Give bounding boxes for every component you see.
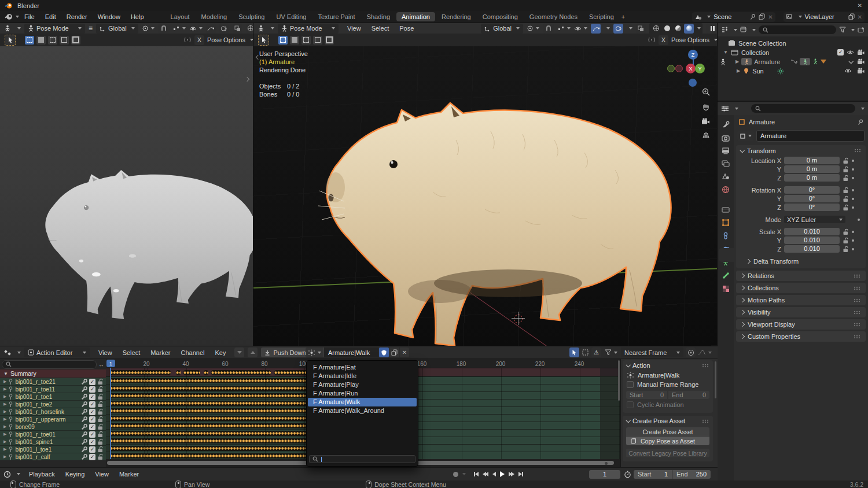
chevron-down-icon[interactable] — [734, 29, 737, 31]
modifier-wrench-icon[interactable] — [81, 379, 87, 385]
workspace-tab[interactable]: Geometry Nodes — [524, 12, 583, 21]
copy-icon[interactable] — [759, 13, 765, 20]
action-dropdown-item[interactable]: F Armature|Run — [308, 389, 417, 398]
collection-checkbox[interactable]: ✓ — [837, 49, 844, 56]
panel-options-icon[interactable] — [854, 298, 861, 302]
manual-frame-range-row[interactable]: Manual Frame Range — [623, 380, 713, 389]
lock-open-icon[interactable] — [843, 195, 849, 202]
tab-viewlayer-icon[interactable] — [722, 160, 730, 167]
copy-icon[interactable] — [848, 13, 855, 20]
channel-enable-checkbox[interactable]: ✓ — [89, 401, 95, 408]
disclosure-icon[interactable]: ▶ — [3, 447, 6, 452]
number-field[interactable]: 0° — [784, 204, 840, 211]
gizmo-axis-neg-x[interactable] — [675, 65, 683, 72]
summary-channel-row[interactable]: ▼ Summary — [0, 369, 106, 378]
animate-dot-icon[interactable] — [852, 206, 854, 209]
gizmo-orbit-dot[interactable] — [689, 79, 697, 87]
falloff-button[interactable] — [698, 349, 712, 356]
tab-collection-icon[interactable] — [722, 206, 730, 213]
dopesheet-menu-item[interactable]: Select — [117, 349, 146, 356]
keyframe-cluster[interactable] — [183, 370, 200, 375]
navigation-gizmo[interactable]: Z X Y — [671, 47, 718, 88]
mirror-x-icon[interactable] — [183, 36, 192, 43]
unlink-icon[interactable]: ✕ — [768, 14, 773, 20]
menu-item[interactable]: Window — [93, 13, 126, 20]
number-field[interactable]: 0 m — [784, 165, 840, 173]
workspace-tab[interactable]: Layout — [165, 12, 195, 21]
number-field[interactable]: 0.010 — [784, 245, 840, 253]
unlink-action-button[interactable]: ✕ — [400, 347, 409, 357]
workspace-tab[interactable]: Sculpting — [233, 12, 270, 21]
workspace-tab[interactable]: Animation — [396, 12, 435, 21]
play-reverse-button[interactable] — [492, 472, 496, 476]
channel-row[interactable]: ▶ bip001_r_toe21 ✓ — [0, 378, 106, 385]
lock-open-icon[interactable] — [843, 246, 849, 253]
overlays-toggle[interactable] — [219, 24, 229, 34]
object-name-field[interactable]: Armature — [756, 130, 865, 142]
shading-solid-button[interactable] — [662, 24, 672, 34]
lock-open-icon[interactable] — [97, 416, 104, 423]
timeline-menu-item[interactable]: View — [90, 471, 114, 478]
show-errors-toggle[interactable]: ⚠ — [591, 347, 601, 357]
snap-toggle[interactable] — [158, 24, 170, 34]
dopesheet-menu-item[interactable]: View — [93, 349, 117, 356]
modifier-wrench-icon[interactable] — [81, 439, 87, 445]
chevron-down-icon[interactable] — [17, 352, 21, 354]
number-field[interactable]: 0 m — [784, 157, 840, 164]
dopesheet-mode-selector[interactable]: Action Editor — [24, 347, 90, 357]
menu-item[interactable]: Render — [61, 13, 93, 20]
pin-icon[interactable] — [8, 439, 13, 445]
channel-row[interactable]: ▶ bip001_r_upperarm ✓ — [0, 415, 106, 423]
channel-enable-checkbox[interactable]: ✓ — [89, 454, 95, 460]
pin-icon[interactable] — [8, 409, 13, 415]
pin-icon[interactable] — [8, 431, 13, 438]
outliner-filter-id-icon[interactable] — [740, 27, 747, 33]
viewport-menu-item[interactable]: Pose — [394, 25, 419, 32]
workspace-tab[interactable]: Modeling — [196, 12, 233, 21]
chevron-down-icon[interactable] — [735, 108, 738, 110]
mirror-x-icon[interactable] — [648, 36, 656, 43]
channel-row[interactable]: ▶ bip001_r_horselink ✓ — [0, 408, 106, 415]
animate-dot-icon[interactable] — [852, 248, 854, 250]
gizmos-toggle[interactable] — [206, 24, 216, 34]
channel-row[interactable]: ▶ bip001_spine1 ✓ — [0, 438, 106, 445]
disclosure-icon[interactable]: ▶ — [3, 454, 6, 459]
timeline-menu-item[interactable]: Playback — [24, 471, 60, 478]
remove-icon[interactable]: ✕ — [858, 14, 862, 20]
mode-selector[interactable]: Pose Mode — [24, 24, 85, 34]
snap-toggle[interactable] — [543, 24, 554, 34]
fake-user-toggle[interactable] — [379, 347, 389, 357]
select-mode-subtract[interactable] — [301, 36, 311, 45]
panel-options-icon[interactable] — [854, 323, 861, 327]
active-tool-button[interactable] — [258, 35, 269, 46]
action-dropdown-item[interactable]: F Armature|Play — [308, 380, 417, 389]
shading-material-button[interactable] — [673, 24, 683, 34]
window-close-button[interactable]: ✕ — [858, 2, 862, 9]
viewport-menu-item[interactable]: View — [342, 25, 366, 32]
collapsed-panel-header[interactable]: Visibility — [736, 307, 866, 317]
pose-asset-panel-header[interactable]: Create Pose Asset — [623, 416, 713, 426]
lock-open-icon[interactable] — [97, 378, 104, 385]
manual-frame-range-checkbox[interactable] — [627, 381, 634, 388]
collapsed-panel-header[interactable]: Motion Paths — [736, 295, 866, 305]
channel-row[interactable]: ▶ bone09 ✓ — [0, 423, 106, 430]
current-frame-badge[interactable]: 1 — [106, 360, 115, 367]
cyclic-animation-row[interactable]: Cyclic Animation — [623, 400, 713, 409]
grid-ortho-icon[interactable] — [702, 132, 710, 139]
chevron-down-icon[interactable] — [861, 108, 865, 110]
pin-icon[interactable] — [750, 14, 756, 20]
hide-channels-toggle[interactable] — [580, 347, 590, 357]
disclosure-icon[interactable]: ▶ — [3, 417, 6, 422]
shading-wireframe-button[interactable] — [651, 24, 661, 34]
dopesheet-menu-item[interactable]: Key — [209, 349, 231, 356]
capybara-model-untextured[interactable] — [39, 168, 253, 321]
copy-pose-as-asset-button[interactable]: Copy Pose as Asset — [626, 437, 709, 445]
panel-options-icon[interactable] — [854, 286, 861, 290]
disclosure-icon[interactable]: ▼ — [723, 50, 728, 55]
rotation-mode-select[interactable]: XYZ Euler — [784, 216, 845, 223]
panel-options-icon[interactable] — [854, 149, 862, 153]
number-field[interactable]: 0.010 — [784, 228, 840, 235]
proportional-edit-toggle[interactable] — [686, 347, 696, 357]
lock-open-icon[interactable] — [843, 237, 849, 244]
app-menu-button[interactable] — [5, 13, 19, 20]
